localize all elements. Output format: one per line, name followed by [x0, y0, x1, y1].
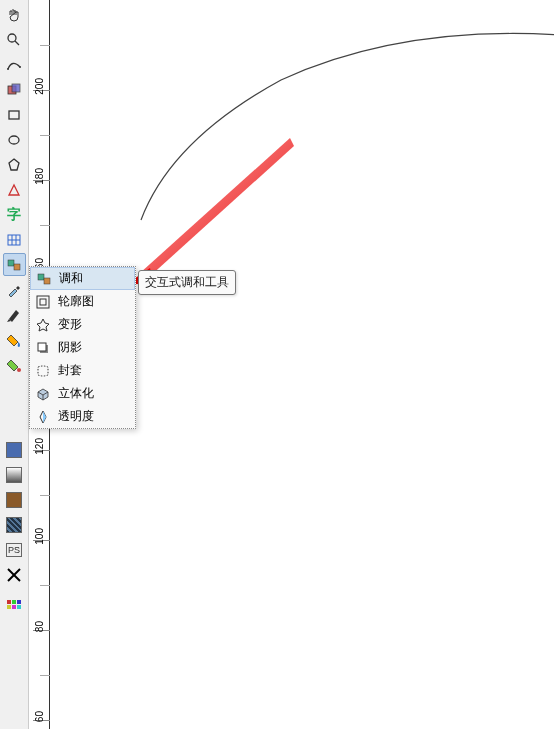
svg-rect-5	[12, 84, 20, 92]
svg-rect-20	[17, 600, 21, 604]
zoom-tool[interactable]	[3, 28, 26, 51]
contour-icon	[34, 293, 52, 311]
polygon-tool[interactable]	[3, 153, 26, 176]
svg-point-0	[8, 34, 16, 42]
menu-item-label: 调和	[59, 270, 83, 287]
svg-rect-26	[44, 278, 50, 284]
svg-point-2	[7, 68, 9, 70]
svg-rect-30	[38, 343, 46, 351]
transparency-icon	[34, 408, 52, 426]
swatch-ps[interactable]: PS	[3, 538, 26, 561]
menu-item-shadow[interactable]: 阴影	[30, 336, 135, 359]
svg-rect-13	[8, 260, 14, 266]
freehand-tool[interactable]	[3, 53, 26, 76]
menu-item-contour[interactable]: 轮廓图	[30, 290, 135, 313]
menu-item-label: 透明度	[58, 408, 94, 425]
menu-item-label: 封套	[58, 362, 82, 379]
menu-item-extrude[interactable]: 立体化	[30, 382, 135, 405]
eyedropper-tool[interactable]	[3, 278, 26, 301]
menu-item-blend[interactable]: 调和	[30, 267, 135, 290]
svg-point-15	[17, 368, 21, 372]
ruler-tick: 80	[34, 621, 45, 632]
swatch-pattern[interactable]	[3, 513, 26, 536]
blend-icon	[35, 270, 53, 288]
svg-rect-6	[9, 111, 19, 119]
svg-rect-18	[7, 600, 11, 604]
menu-item-label: 轮廓图	[58, 293, 94, 310]
swatch-blue[interactable]	[3, 438, 26, 461]
smart-fill-tool[interactable]	[3, 78, 26, 101]
svg-rect-14	[14, 264, 20, 270]
menu-item-label: 变形	[58, 316, 82, 333]
svg-rect-25	[38, 274, 44, 280]
rectangle-tool[interactable]	[3, 103, 26, 126]
svg-rect-21	[7, 605, 11, 609]
ruler-tick: 180	[34, 168, 45, 185]
menu-item-envelope[interactable]: 封套	[30, 359, 135, 382]
menu-item-transparency[interactable]: 透明度	[30, 405, 135, 428]
extrude-icon	[34, 385, 52, 403]
swatch-brown[interactable]	[3, 488, 26, 511]
svg-line-1	[15, 41, 19, 45]
ruler-tick: 100	[34, 528, 45, 545]
ruler-tick: 120	[34, 438, 45, 455]
ruler-tick: 60	[34, 711, 45, 722]
interactive-tools-flyout: 调和 轮廓图 变形 阴影 封套 立体化 透明度	[29, 266, 136, 429]
svg-rect-19	[12, 600, 16, 604]
basic-shapes-tool[interactable]	[3, 178, 26, 201]
interactive-tool[interactable]	[3, 253, 26, 276]
ruler-tick: 200	[34, 78, 45, 95]
drawn-curve	[51, 0, 554, 300]
svg-rect-27	[37, 296, 49, 308]
menu-item-label: 阴影	[58, 339, 82, 356]
envelope-icon	[34, 362, 52, 380]
menu-item-distort[interactable]: 变形	[30, 313, 135, 336]
outline-tool[interactable]	[3, 303, 26, 326]
swatch-grayfade[interactable]	[3, 463, 26, 486]
no-fill[interactable]	[3, 563, 26, 586]
tooltip: 交互式调和工具	[138, 270, 236, 295]
svg-point-3	[19, 66, 21, 68]
hand-tool[interactable]	[3, 3, 26, 26]
table-tool[interactable]	[3, 228, 26, 251]
menu-item-label: 立体化	[58, 385, 94, 402]
color-dialog[interactable]	[3, 592, 26, 615]
ellipse-tool[interactable]	[3, 128, 26, 151]
svg-rect-23	[17, 605, 21, 609]
svg-rect-22	[12, 605, 16, 609]
interactive-fill-tool[interactable]	[3, 353, 26, 376]
svg-rect-28	[40, 299, 46, 305]
toolbox: 字 PS	[0, 0, 29, 729]
text-tool[interactable]: 字	[3, 203, 26, 226]
svg-marker-8	[9, 159, 19, 170]
shadow-icon	[34, 339, 52, 357]
svg-point-7	[9, 136, 19, 144]
fill-tool[interactable]	[3, 328, 26, 351]
distort-icon	[34, 316, 52, 334]
